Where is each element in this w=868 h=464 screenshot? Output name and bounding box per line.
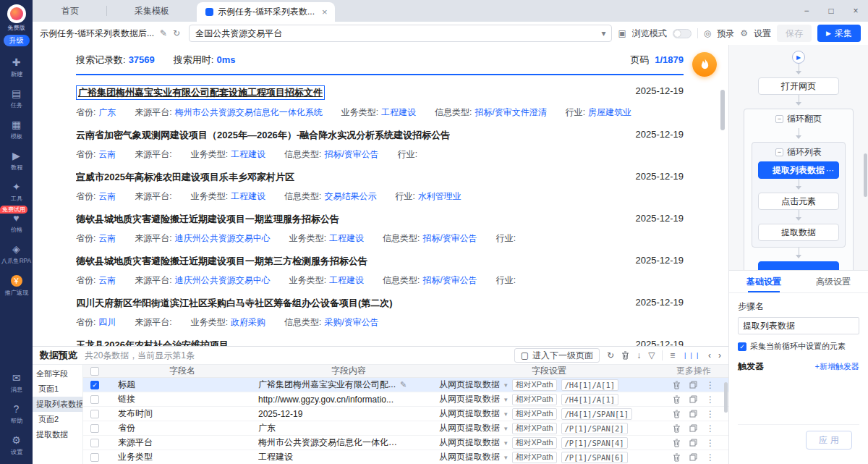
xpath-value[interactable]: /H4[1]/A[1]: [561, 394, 619, 405]
result-title-link[interactable]: 云南省加密气象观测网建设项目（2025年—2026年）-融合降水实况分析系统建设…: [76, 129, 450, 142]
extract-mode-select[interactable]: 从网页提取数据: [439, 379, 500, 391]
sidebar-item-pricing[interactable]: 免费试用♥价格: [0, 208, 33, 239]
field-row[interactable]: 业务类型工程建设从网页提取数据▾相对XPath/P[1]/SPAN[6]⋮: [83, 450, 728, 464]
result-title-link[interactable]: 德钦县城地质灾害避险搬迁近期建设项目一期监理服务招标公告: [76, 213, 339, 226]
workflow-node-extract-data[interactable]: 提取数据: [758, 224, 839, 241]
copy-icon[interactable]: [689, 395, 697, 403]
extract-mode-select[interactable]: 从网页提取数据: [439, 422, 500, 434]
maximize-button[interactable]: □: [819, 0, 843, 22]
close-tab-icon[interactable]: ×: [322, 7, 328, 17]
more-options-icon[interactable]: ⋯: [826, 166, 835, 175]
copy-icon[interactable]: [689, 424, 697, 432]
upgrade-button[interactable]: 升级: [4, 35, 30, 46]
meta-value-link[interactable]: 招标/资审公告: [422, 274, 477, 287]
copy-icon[interactable]: [689, 439, 697, 447]
trash-icon[interactable]: [673, 453, 681, 462]
trash-icon[interactable]: [673, 424, 681, 433]
minimize-button[interactable]: −: [794, 0, 819, 22]
result-title-link[interactable]: 广裕集团梅州嘉宝实业有限公司配套设施工程项目招标文件: [76, 85, 325, 100]
sidebar-item-new[interactable]: ✚新建: [0, 52, 33, 83]
trash-icon[interactable]: [673, 410, 681, 418]
filter-icon[interactable]: ▽: [648, 351, 655, 360]
meta-value-link[interactable]: 迪庆州公共资源交易中心: [175, 274, 271, 287]
undo-icon[interactable]: ↻: [607, 351, 614, 360]
settings-tab-advanced[interactable]: 高级设置: [799, 271, 868, 292]
sidebar-item-messages[interactable]: ✉消息: [0, 368, 33, 399]
workflow-scrollbar-thumb[interactable]: [864, 153, 867, 197]
download-icon[interactable]: ↓: [637, 351, 641, 360]
prerecord-label[interactable]: 预录: [717, 28, 734, 40]
xpath-value[interactable]: /H4[1]/A[1]: [561, 379, 619, 391]
loop-page-label[interactable]: 循环翻页: [787, 113, 822, 125]
app-logo[interactable]: 免费版: [7, 4, 26, 32]
more-icon[interactable]: ⋮: [706, 452, 715, 463]
xpath-value[interactable]: /P[1]/SPAN[2]: [561, 423, 628, 434]
sidebar-item-settings[interactable]: ⚙设置: [0, 430, 33, 461]
more-icon[interactable]: ⋮: [706, 395, 715, 405]
field-row[interactable]: ✓标题广裕集团梅州嘉宝实业有限公司配...✎从网页提取数据▾相对XPath/H4…: [83, 378, 728, 392]
meta-value-link[interactable]: 四川: [98, 316, 116, 329]
close-button[interactable]: ×: [843, 0, 868, 22]
field-group-all-fields[interactable]: 全部字段: [33, 366, 82, 381]
sidebar-item-templates[interactable]: ▦模板: [0, 114, 33, 145]
field-row[interactable]: 省份广东从网页提取数据▾相对XPath/P[1]/SPAN[2]⋮: [83, 421, 728, 436]
tab-current-task[interactable]: 示例任务-循环采列表数...×: [197, 2, 335, 22]
meta-value-link[interactable]: 工程建设: [381, 106, 416, 119]
browse-mode-toggle[interactable]: [673, 29, 692, 38]
meta-value-link[interactable]: 梅州市公共资源交易信息化一体化系统: [175, 106, 323, 119]
trash-icon[interactable]: [673, 381, 681, 389]
url-more-icon[interactable]: ▾: [601, 29, 605, 38]
field-group-extract-list-data[interactable]: 提取列表数据: [33, 397, 82, 412]
meta-value-link[interactable]: 采购/资审公告: [324, 316, 378, 329]
edit-task-name-icon[interactable]: ✎: [160, 29, 167, 38]
sidebar-item-rpa[interactable]: ◈八爪鱼RPA: [0, 239, 33, 270]
row-checkbox[interactable]: [90, 453, 99, 462]
more-icon[interactable]: ⋮: [706, 409, 715, 419]
results-scrollbar-thumb[interactable]: [720, 90, 725, 130]
next-page-icon[interactable]: ›: [718, 351, 721, 360]
meta-value-link[interactable]: 工程建设: [231, 148, 265, 161]
browser-icon[interactable]: ▣: [618, 29, 626, 38]
row-checkbox[interactable]: [90, 395, 99, 404]
sidebar-item-tasks[interactable]: ▤任务: [0, 83, 33, 114]
collapse-icon[interactable]: −: [775, 148, 783, 156]
workflow-node-open-page[interactable]: 打开网页: [758, 77, 839, 95]
meta-value-link[interactable]: 工程建设: [329, 232, 364, 245]
row-checkbox[interactable]: [90, 424, 99, 433]
field-group-page-1[interactable]: 页面1: [33, 381, 82, 397]
result-title-link[interactable]: 德钦县城地质灾害避险搬迁近期建设项目一期第三方检测服务招标公告: [76, 255, 367, 268]
meta-value-link[interactable]: 招标/资审公告: [422, 232, 477, 245]
row-checkbox[interactable]: [90, 410, 99, 418]
tab-home[interactable]: 首页: [34, 0, 106, 22]
xpath-value[interactable]: /H4[1]/SPAN[1]: [561, 408, 633, 420]
results-scrollbar[interactable]: [720, 80, 725, 342]
field-group-extract-data[interactable]: 提取数据: [33, 427, 82, 442]
settings-tab-basic[interactable]: 基础设置: [729, 271, 799, 292]
copy-icon[interactable]: [689, 381, 697, 389]
list-view-icon[interactable]: ≡: [670, 351, 675, 360]
field-row[interactable]: 发布时间2025-12-19从网页提取数据▾相对XPath/H4[1]/SPAN…: [83, 407, 728, 421]
meta-value-link[interactable]: 工程建设: [231, 190, 265, 203]
xpath-value[interactable]: /P[1]/SPAN[6]: [561, 452, 628, 463]
preview-scrollbar-thumb[interactable]: [724, 382, 728, 413]
toolbar-settings-label[interactable]: 设置: [754, 28, 771, 40]
gear-icon[interactable]: ⚙: [740, 29, 748, 38]
collect-button[interactable]: ▶采集: [817, 25, 861, 42]
meta-value-link[interactable]: 迪庆州公共资源交易中心: [175, 232, 271, 245]
field-row[interactable]: 链接http://www.ggzy.gov.cn/informatio...从网…: [83, 392, 728, 407]
extract-mode-select[interactable]: 从网页提取数据: [439, 451, 500, 463]
copy-icon[interactable]: [689, 410, 697, 418]
add-trigger-link[interactable]: +新增触发器: [815, 361, 859, 372]
meta-value-link[interactable]: 云南: [98, 274, 116, 287]
meta-value-link[interactable]: 政府采购: [231, 316, 265, 329]
more-icon[interactable]: ⋮: [706, 438, 715, 448]
meta-value-link[interactable]: 云南: [98, 190, 116, 203]
sidebar-item-tools[interactable]: ✦工具: [0, 177, 33, 208]
meta-value-link[interactable]: 广东: [98, 106, 116, 119]
xpath-value[interactable]: /P[1]/SPAN[4]: [561, 437, 628, 449]
workflow-node-extract-list[interactable]: 提取列表数据⋯: [758, 161, 839, 179]
extract-mode-select[interactable]: 从网页提取数据: [439, 436, 500, 449]
result-title-link[interactable]: 宣威市2025年高标准农田建设项目乐丰乡邓家村片区: [76, 171, 294, 184]
meta-value-link[interactable]: 房屋建筑业: [588, 106, 631, 119]
extract-mode-select[interactable]: 从网页提取数据: [439, 408, 500, 420]
